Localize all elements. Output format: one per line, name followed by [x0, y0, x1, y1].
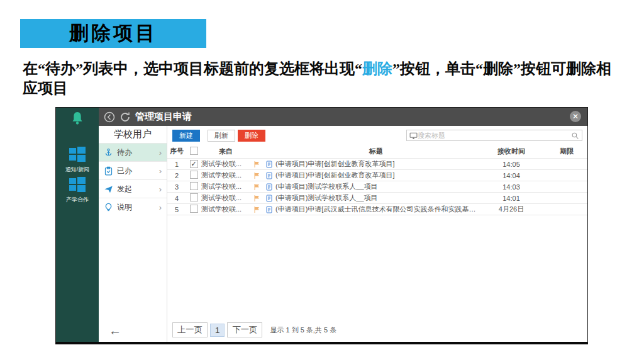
table-row[interactable]: 5 测试学校联... (申请项目)申请[武汉威士讯信息技术有限公司实践条件和实践… — [167, 204, 587, 215]
description-text: 在“待办”列表中，选中项目标题前的复选框将出现“ — [23, 60, 362, 77]
nav-item-initiate[interactable]: 发起 › — [99, 179, 167, 198]
row-seq: 4 — [167, 195, 186, 202]
row-received: 14:05 — [477, 161, 546, 168]
flag-icon — [253, 183, 260, 191]
row-seq: 5 — [167, 206, 186, 213]
description-highlight: 删除 — [362, 60, 392, 77]
header-received: 接收时间 — [477, 147, 546, 156]
select-all-checkbox[interactable] — [190, 147, 198, 155]
prev-page-button[interactable]: 上一页 — [172, 322, 208, 337]
table-row[interactable]: 3 测试学校联... (申请项目)测试学校联系人__项目 14:03 — [167, 181, 587, 193]
document-icon — [265, 183, 273, 191]
chevron-right-icon: › — [159, 166, 162, 176]
row-checkbox[interactable] — [190, 193, 198, 201]
bell-icon[interactable] — [71, 111, 84, 125]
pagination: 上一页 1 下一页 显示 1 到 5 条,共 5 条 — [172, 322, 336, 337]
row-checkbox[interactable] — [190, 205, 198, 213]
window-titlebar: 管理项目申请 ✕ — [99, 108, 587, 126]
monitor-icon — [409, 132, 418, 140]
app-window: 通知/新闻 产学合作 管理项 — [55, 107, 588, 344]
header-deadline: 期限 — [546, 147, 587, 156]
chevron-right-icon: › — [159, 184, 162, 194]
document-icon — [265, 172, 273, 179]
slide: 删除项目 在“待办”列表中，选中项目标题前的复选框将出现“删除”按钮，单击“删除… — [0, 0, 644, 362]
user-role-header: 学校用户 — [99, 126, 167, 143]
row-title: (申请项目)申请[武汉威士讯信息技术有限公司实践条件和实践基地建设项目] — [275, 205, 477, 214]
table-row[interactable]: 1 ✓ 测试学校联... (申请项目)申请[创新创业教育改革项目] 14:05 — [167, 159, 587, 170]
row-checkbox[interactable]: ✓ — [190, 160, 198, 168]
table-row[interactable]: 4 测试学校联... (申请项目)测试学校联系人__项目 14:01 — [167, 193, 587, 204]
row-from: 测试学校联... — [201, 159, 250, 169]
search-box[interactable] — [406, 130, 582, 141]
flag-icon — [253, 172, 260, 179]
row-title: (申请项目)申请[创新创业教育改革项目] — [275, 159, 477, 169]
sidebar-item-label: 通知/新闻 — [56, 166, 99, 174]
nav-item-help[interactable]: 说明 › — [99, 198, 167, 216]
row-received: 14:01 — [477, 195, 546, 202]
delete-button[interactable]: 删除 — [238, 130, 265, 142]
nav-item-label: 说明 — [117, 202, 132, 213]
nav-item-label: 已办 — [117, 166, 132, 176]
slide-title: 删除项目 — [69, 20, 157, 47]
row-title: (申请项目)申请[创新创业教育改革项目] — [275, 171, 477, 180]
row-seq: 3 — [167, 183, 186, 191]
nav-item-label: 发起 — [117, 184, 132, 195]
row-title: (申请项目)测试学校联系人__项目 — [275, 193, 477, 203]
search-icon — [571, 132, 579, 140]
next-page-button[interactable]: 下一页 — [227, 322, 262, 337]
close-icon[interactable]: ✕ — [570, 111, 581, 122]
nav-panel: 学校用户 待办 › 已办 › — [99, 126, 167, 342]
chevron-right-icon: › — [159, 203, 162, 212]
app-sidebar: 通知/新闻 产学合作 — [56, 108, 99, 342]
row-received: 14:03 — [477, 183, 546, 191]
header-seq: 序号 — [167, 147, 186, 156]
windows-tiles-icon — [69, 177, 86, 192]
row-title: (申请项目)测试学校联系人__项目 — [275, 182, 477, 191]
toolbar: 新建 刷新 删除 — [167, 126, 587, 145]
lightbulb-icon — [104, 203, 113, 212]
slide-title-banner: 删除项目 — [20, 19, 206, 48]
row-from: 测试学校联... — [201, 182, 250, 191]
row-checkbox[interactable] — [190, 171, 198, 179]
pagination-summary: 显示 1 到 5 条,共 5 条 — [270, 325, 336, 335]
clipboard-check-icon — [104, 166, 113, 176]
sidebar-item-label: 产学合作 — [56, 196, 99, 204]
chevron-right-icon: › — [159, 148, 162, 157]
flag-icon — [253, 161, 260, 168]
row-seq: 2 — [167, 172, 186, 179]
main-panel: 新建 刷新 删除 — [167, 126, 587, 342]
header-from: 来自 — [201, 147, 250, 156]
sidebar-item-cooperation[interactable]: 产学合作 — [56, 177, 99, 204]
document-icon — [265, 161, 273, 168]
row-received: 14:04 — [477, 172, 546, 179]
back-arrow[interactable]: ← — [109, 324, 121, 338]
back-icon[interactable] — [104, 111, 115, 123]
search-input[interactable] — [418, 132, 571, 139]
row-checkbox[interactable] — [190, 182, 198, 190]
nav-item-label: 待办 — [117, 147, 132, 158]
row-from: 测试学校联... — [201, 205, 250, 214]
table-header: 序号 来自 标题 接收时间 期限 — [167, 145, 587, 159]
nav-item-todo[interactable]: 待办 › — [99, 143, 167, 161]
row-from: 测试学校联... — [201, 193, 250, 203]
current-page-button[interactable]: 1 — [210, 324, 225, 337]
anchor-icon — [104, 148, 113, 157]
paper-plane-icon — [104, 184, 113, 194]
flag-icon — [253, 206, 260, 213]
slide-description: 在“待办”列表中，选中项目标题前的复选框将出现“删除”按钮，单击“删除”按钮可删… — [23, 59, 624, 98]
sidebar-item-news[interactable]: 通知/新闻 — [56, 147, 99, 174]
refresh-button[interactable]: 刷新 — [208, 130, 235, 142]
row-seq: 1 — [167, 161, 186, 168]
windows-tiles-icon — [69, 147, 86, 162]
row-from: 测试学校联... — [201, 171, 250, 180]
table-row[interactable]: 2 测试学校联... (申请项目)申请[创新创业教育改革项目] 14:04 — [167, 170, 587, 181]
flag-icon — [253, 195, 260, 202]
document-icon — [265, 206, 273, 213]
document-icon — [265, 195, 273, 202]
new-button[interactable]: 新建 — [172, 130, 200, 142]
row-received: 4月26日 — [477, 205, 546, 214]
header-title: 标题 — [275, 147, 477, 156]
window-title: 管理项目申请 — [135, 111, 192, 123]
refresh-icon[interactable] — [119, 111, 131, 123]
nav-item-done[interactable]: 已办 › — [99, 161, 167, 179]
